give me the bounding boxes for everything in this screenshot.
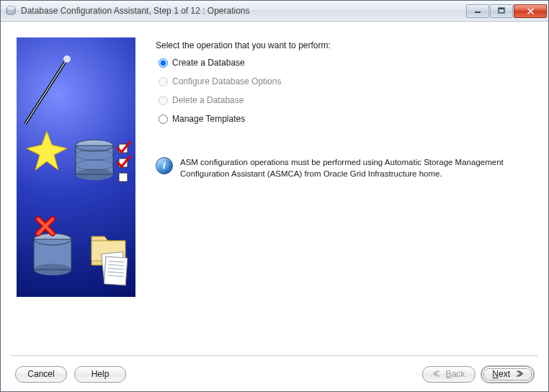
svg-line-6: [25, 59, 67, 124]
option-label: Create a Database: [172, 58, 245, 68]
wizard-footer: Cancel Help Back Next: [1, 357, 548, 391]
info-icon: i: [156, 157, 173, 174]
wizard-window: Database Configuration Assistant, Step 1…: [0, 0, 549, 392]
svg-point-1: [6, 6, 15, 9]
titlebar: Database Configuration Assistant, Step 1…: [1, 1, 548, 22]
radio-configure-database-options: [159, 77, 168, 86]
svg-rect-25: [104, 257, 128, 285]
chevron-left-icon: [433, 369, 442, 379]
wizard-illustration: [17, 37, 135, 297]
svg-marker-8: [27, 131, 67, 170]
info-text: ASM configuration operations must be per…: [180, 157, 524, 179]
radio-create-database[interactable]: [159, 58, 168, 68]
option-manage-templates[interactable]: Manage Templates: [159, 114, 531, 124]
button-label: Next: [492, 369, 510, 379]
cancel-button[interactable]: Cancel: [15, 366, 67, 383]
radio-manage-templates[interactable]: [159, 115, 168, 124]
radio-delete-database: [159, 96, 168, 105]
body-area: Select the operation that you want to pe…: [1, 22, 548, 391]
option-configure-database-options: Configure Database Options: [159, 76, 531, 86]
svg-point-7: [63, 55, 71, 63]
prompt-text: Select the operation that you want to pe…: [156, 40, 531, 50]
minimize-button[interactable]: [466, 4, 489, 18]
next-button[interactable]: Next: [481, 366, 534, 383]
info-note: i ASM configuration operations must be p…: [156, 157, 531, 179]
chevron-right-icon: [514, 369, 523, 379]
operation-options: Create a Database Configure Database Opt…: [159, 58, 531, 124]
app-icon: [5, 5, 17, 17]
wizard-step-content: Select the operation that you want to pe…: [141, 30, 538, 352]
button-label: Cancel: [27, 369, 54, 379]
content-pane: Select the operation that you want to pe…: [11, 30, 538, 352]
maximize-button[interactable]: [490, 4, 513, 18]
button-label: Back: [446, 369, 465, 379]
svg-rect-4: [499, 8, 504, 9]
back-button: Back: [422, 366, 476, 383]
svg-rect-18: [119, 173, 128, 182]
option-label: Manage Templates: [172, 114, 245, 124]
window-title: Database Configuration Assistant, Step 1…: [21, 6, 465, 16]
title-controls: [465, 4, 547, 18]
button-label: Help: [92, 369, 110, 379]
option-label: Delete a Database: [172, 95, 244, 105]
option-create-database[interactable]: Create a Database: [159, 58, 531, 68]
option-delete-database: Delete a Database: [159, 95, 531, 105]
svg-rect-2: [475, 12, 481, 13]
help-button[interactable]: Help: [74, 366, 126, 383]
close-button[interactable]: [514, 4, 547, 18]
option-label: Configure Database Options: [172, 76, 281, 86]
